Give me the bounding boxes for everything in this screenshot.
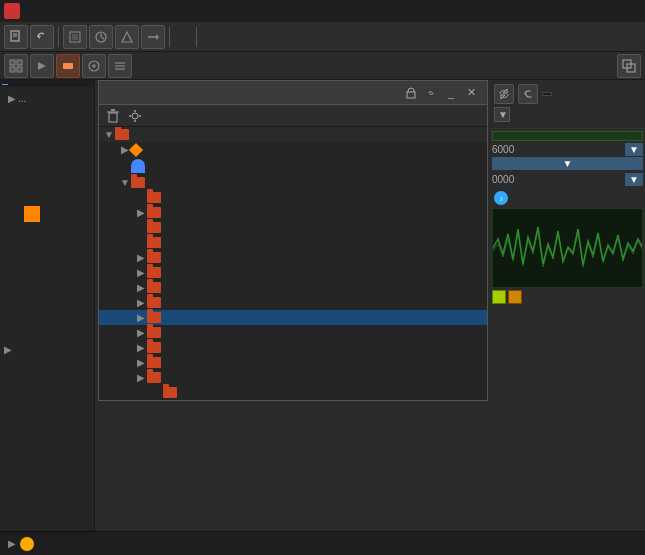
- bottom-circle-indicator: [20, 537, 34, 551]
- dropdown-btn-1[interactable]: ▼: [625, 143, 643, 156]
- tool-btn-4[interactable]: [141, 25, 165, 49]
- menu-script[interactable]: [120, 9, 132, 13]
- tree-arrow-root: ▼: [103, 129, 115, 140]
- tree-item-language-settings[interactable]: ▶: [99, 205, 487, 220]
- tree-arrow-global-settings: ▼: [119, 177, 131, 188]
- loop-button[interactable]: [494, 84, 514, 104]
- bottom-arrow: ▶: [8, 538, 16, 549]
- indicator-orange: [508, 290, 522, 304]
- dropdown-btn-3[interactable]: ▼: [625, 173, 643, 186]
- sidebar-tab-workunits[interactable]: [2, 82, 8, 85]
- indicator-green: [492, 290, 506, 304]
- menu-help[interactable]: [176, 9, 188, 13]
- toolbar2-btn4[interactable]: [82, 54, 106, 78]
- link-button[interactable]: [518, 84, 538, 104]
- tree-arrow-mixer-folder: ▶: [135, 252, 147, 263]
- svg-marker-16: [38, 62, 46, 70]
- svg-line-8: [101, 37, 104, 39]
- menu-preview[interactable]: [148, 9, 160, 13]
- tree-item-output-ports[interactable]: [99, 220, 487, 235]
- tree-item-global-settings[interactable]: ▼: [99, 175, 487, 190]
- new-button[interactable]: [4, 25, 28, 49]
- dropdown-row-1: 6000 ▼: [492, 143, 643, 156]
- toolbar2-btn2[interactable]: [30, 54, 54, 78]
- bottom-bar: ▶: [0, 531, 645, 555]
- tool-btn-1[interactable]: [63, 25, 87, 49]
- menu-bounce[interactable]: [162, 9, 174, 13]
- folder-icon-global-aisacs: [147, 342, 161, 353]
- undo-button[interactable]: [30, 25, 54, 49]
- tree-item-react[interactable]: ▶: [99, 295, 487, 310]
- svg-rect-14: [10, 67, 15, 72]
- tool-btn-3[interactable]: [115, 25, 139, 49]
- svg-point-30: [132, 113, 138, 119]
- tree-arrow-voice-limit-groups: ▶: [135, 312, 147, 323]
- zoom-btn[interactable]: [617, 54, 641, 78]
- timing-row: ▼: [494, 107, 641, 122]
- menu-view[interactable]: [64, 9, 76, 13]
- dropdown-row-2: ▼: [492, 157, 643, 170]
- tree-item-aisac-controls[interactable]: ▶: [99, 325, 487, 340]
- tool-btn-2[interactable]: [89, 25, 113, 49]
- tree-toolbar-trash[interactable]: [103, 107, 123, 125]
- tree-item-categories[interactable]: ▶: [99, 280, 487, 295]
- folder-icon-react: [147, 297, 161, 308]
- panel-close-button[interactable]: ✕: [463, 85, 479, 101]
- panel-lock-button[interactable]: [403, 85, 419, 101]
- sidebar-item-1[interactable]: ▶ ...: [8, 91, 90, 106]
- menu-layout[interactable]: [92, 9, 104, 13]
- folder-icon-voice-pool: [147, 237, 161, 248]
- toolbar2-btn3[interactable]: [56, 54, 80, 78]
- tree-item-mixer-folder[interactable]: ▶: [99, 250, 487, 265]
- panel-controls: _ ✕: [403, 85, 479, 101]
- toolbar: [0, 22, 645, 52]
- folder-icon-mixer-folder: [147, 252, 161, 263]
- tree-toolbar-settings[interactable]: [125, 107, 145, 125]
- separator: [58, 27, 59, 47]
- panel-minimize-button[interactable]: _: [443, 85, 459, 101]
- expand-icon-2: ▶: [4, 344, 12, 355]
- folder-icon-beatsync-label: [163, 387, 177, 398]
- sidebar-bottom-arrow: ▶: [4, 342, 90, 357]
- dropdown-btn-2[interactable]: ▼: [492, 157, 643, 170]
- folder-icon-targetconfig: [147, 192, 161, 203]
- bgm-icon: ♪: [494, 191, 508, 205]
- sidebar-tabs: [0, 80, 94, 87]
- sidebar-item-2[interactable]: ▶: [4, 342, 90, 357]
- tree-item-voice-pool[interactable]: [99, 235, 487, 250]
- folder-icon-language-settings: [147, 207, 161, 218]
- toolbar2-btn5[interactable]: [108, 54, 132, 78]
- separator3: [196, 27, 197, 47]
- tree-item-global-aisacs[interactable]: ▶: [99, 340, 487, 355]
- sidebar-item-label-1: ...: [18, 93, 26, 104]
- left-sidebar: ▶ ... ▶: [0, 80, 95, 551]
- folder-icon-selector: [147, 372, 161, 383]
- menu-build[interactable]: [134, 9, 146, 13]
- right-panel: ▼ 6000 ▼ ▼ 0000 ▼ ♪: [490, 80, 645, 551]
- tree-item-game-variables[interactable]: ▶: [99, 355, 487, 370]
- toolbar2-btn1[interactable]: [4, 54, 28, 78]
- person-icon-user-settings: [131, 159, 145, 173]
- tree-item-root[interactable]: ▼: [99, 127, 487, 142]
- val-10000: 0000: [492, 174, 623, 185]
- menu-main-view[interactable]: [78, 9, 90, 13]
- tree-arrow-global-aisacs: ▶: [135, 342, 147, 353]
- tree-item-voice-limit-groups[interactable]: ▶: [99, 310, 487, 325]
- folder-icon-output-ports: [147, 222, 161, 233]
- tree-item-targetconfig[interactable]: [99, 190, 487, 205]
- sidebar-content: ▶ ... ▶: [0, 87, 94, 361]
- panel-link-button[interactable]: [423, 85, 439, 101]
- menu-edit[interactable]: [50, 9, 62, 13]
- tree-arrow-game-variables: ▶: [135, 357, 147, 368]
- timing-dropdown[interactable]: ▼: [494, 107, 510, 122]
- tree-item-user-settings[interactable]: [99, 157, 487, 175]
- tree-item-busmap[interactable]: ▶: [99, 265, 487, 280]
- tree-item-beatsync-label[interactable]: [99, 385, 487, 400]
- menu-tool[interactable]: [106, 9, 118, 13]
- menu-file[interactable]: [36, 9, 48, 13]
- svg-marker-9: [122, 32, 132, 42]
- project-tree-titlebar: _ ✕: [99, 81, 487, 105]
- folder-icon-aisac-controls: [147, 327, 161, 338]
- tree-item-demoproj[interactable]: ▶: [99, 142, 487, 157]
- tree-item-selector[interactable]: ▶: [99, 370, 487, 385]
